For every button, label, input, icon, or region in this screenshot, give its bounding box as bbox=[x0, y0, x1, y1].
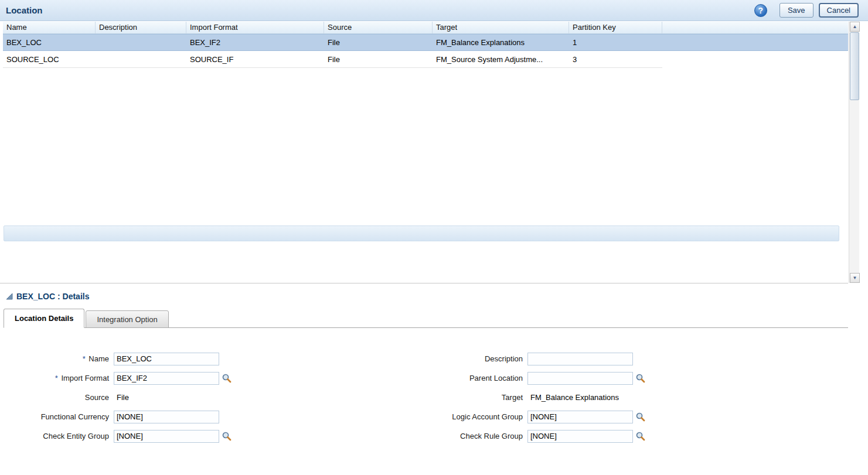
cell-import_format: SOURCE_IF bbox=[186, 51, 324, 68]
cell-source: File bbox=[324, 35, 433, 50]
cell-description bbox=[96, 35, 186, 50]
table-row-source-loc[interactable]: SOURCE_LOCSOURCE_IFFileFM_Source System … bbox=[3, 51, 848, 68]
check-rule-group-search-icon[interactable] bbox=[635, 431, 645, 441]
table-row-bex-loc[interactable]: BEX_LOCBEX_IF2FileFM_Balance Explanation… bbox=[3, 34, 848, 51]
column-header-source[interactable]: Source bbox=[324, 22, 433, 33]
table-footer-bar bbox=[4, 225, 839, 241]
form-row-functional-currency: Functional Currency bbox=[0, 409, 435, 424]
form-row-logic-account-group: Logic Account Group bbox=[435, 409, 845, 424]
details-header: BEX_LOC : Details bbox=[0, 283, 848, 301]
cell-partition_key: 3 bbox=[569, 51, 662, 68]
cell-name: SOURCE_LOC bbox=[3, 51, 96, 68]
form-row-check-entity-group: Check Entity Group bbox=[0, 429, 435, 443]
column-header-name[interactable]: Name bbox=[3, 22, 96, 33]
form-row-parent-location: Parent Location bbox=[435, 371, 845, 385]
tab-bar: Location DetailsIntegration Option bbox=[4, 308, 848, 328]
parent-location-input[interactable] bbox=[527, 372, 633, 385]
functional-currency-input[interactable] bbox=[114, 411, 219, 423]
name-label: * Name bbox=[0, 354, 109, 363]
cell-target: FM_Source System Adjustme... bbox=[433, 51, 569, 68]
scroll-up-icon: ▲ bbox=[853, 24, 857, 29]
parent-location-label: Parent Location bbox=[435, 374, 523, 382]
details-panel: BEX_LOC : Details Location DetailsIntegr… bbox=[0, 283, 848, 475]
check-entity-group-label: Check Entity Group bbox=[0, 432, 109, 440]
form-row-check-rule-group: Check Rule Group bbox=[435, 429, 845, 443]
tab-integration-option[interactable]: Integration Option bbox=[86, 310, 168, 328]
cell-description bbox=[96, 51, 186, 68]
details-title: BEX_LOC : Details bbox=[16, 292, 89, 301]
source-label: Source bbox=[0, 393, 109, 402]
column-header-partition-key[interactable]: Partition Key bbox=[569, 22, 662, 33]
form-row-description: Description bbox=[435, 351, 845, 366]
column-header-import-format[interactable]: Import Format bbox=[186, 22, 324, 33]
header-actions: ? Save Cancel bbox=[754, 3, 862, 18]
import-format-input[interactable] bbox=[114, 372, 219, 385]
logic-account-group-label: Logic Account Group bbox=[435, 412, 523, 421]
target-value: FM_Balance Explanations bbox=[530, 393, 619, 402]
name-input[interactable] bbox=[114, 353, 219, 365]
scroll-down-button[interactable]: ▼ bbox=[850, 273, 860, 283]
logic-account-group-input[interactable] bbox=[527, 411, 633, 423]
form-column-left: * Name* Import FormatSourceFileFunctiona… bbox=[0, 351, 435, 443]
cancel-button[interactable]: Cancel bbox=[819, 3, 859, 18]
vertical-scrollbar[interactable]: ▲ ▼ bbox=[849, 22, 859, 283]
form-column-right: DescriptionParent LocationTargetFM_Balan… bbox=[435, 351, 845, 443]
cell-name: BEX_LOC bbox=[3, 35, 96, 50]
location-table: NameDescriptionImport FormatSourceTarget… bbox=[3, 22, 848, 68]
page-title: Location bbox=[6, 5, 43, 15]
table-header-row: NameDescriptionImport FormatSourceTarget… bbox=[3, 22, 848, 34]
scroll-up-button[interactable]: ▲ bbox=[850, 22, 860, 32]
check-rule-group-input[interactable] bbox=[527, 430, 633, 443]
check-entity-group-input[interactable] bbox=[114, 430, 219, 443]
scroll-down-icon: ▼ bbox=[853, 275, 857, 281]
cell-filler bbox=[662, 35, 848, 50]
logic-account-group-search-icon[interactable] bbox=[635, 412, 645, 422]
source-value: File bbox=[117, 393, 129, 402]
check-entity-group-search-icon[interactable] bbox=[222, 431, 232, 441]
disclosure-triangle-icon[interactable] bbox=[5, 292, 13, 300]
header-bar: Location ? Save Cancel bbox=[0, 0, 868, 21]
tab-location-details[interactable]: Location Details bbox=[4, 309, 84, 328]
scrollbar-thumb[interactable] bbox=[850, 32, 859, 100]
cell-import_format: BEX_IF2 bbox=[186, 35, 324, 50]
cell-partition_key: 1 bbox=[569, 35, 662, 50]
location-table-body: BEX_LOCBEX_IF2FileFM_Balance Explanation… bbox=[3, 34, 848, 68]
column-header-description[interactable]: Description bbox=[96, 22, 186, 33]
form-row-import-format: * Import Format bbox=[0, 371, 435, 385]
description-input[interactable] bbox=[527, 353, 633, 365]
parent-location-search-icon[interactable] bbox=[635, 373, 645, 383]
import-format-search-icon[interactable] bbox=[222, 373, 232, 383]
target-label: Target bbox=[435, 393, 523, 402]
form-row-source: SourceFile bbox=[0, 390, 435, 405]
check-rule-group-label: Check Rule Group bbox=[435, 432, 523, 440]
required-indicator: * bbox=[55, 374, 60, 382]
cell-filler bbox=[662, 51, 848, 68]
cell-target: FM_Balance Explanations bbox=[433, 35, 569, 50]
save-button[interactable]: Save bbox=[780, 3, 813, 18]
functional-currency-label: Functional Currency bbox=[0, 412, 109, 421]
details-form: * Name* Import FormatSourceFileFunctiona… bbox=[0, 328, 848, 443]
help-icon[interactable]: ? bbox=[754, 4, 767, 17]
column-header-target[interactable]: Target bbox=[433, 22, 569, 33]
import-format-label: * Import Format bbox=[0, 374, 109, 382]
form-row-target: TargetFM_Balance Explanations bbox=[435, 390, 845, 405]
description-label: Description bbox=[435, 354, 523, 363]
column-header-filler bbox=[662, 22, 848, 33]
required-indicator: * bbox=[83, 354, 88, 363]
cell-source: File bbox=[324, 51, 433, 68]
form-row-name: * Name bbox=[0, 351, 435, 366]
